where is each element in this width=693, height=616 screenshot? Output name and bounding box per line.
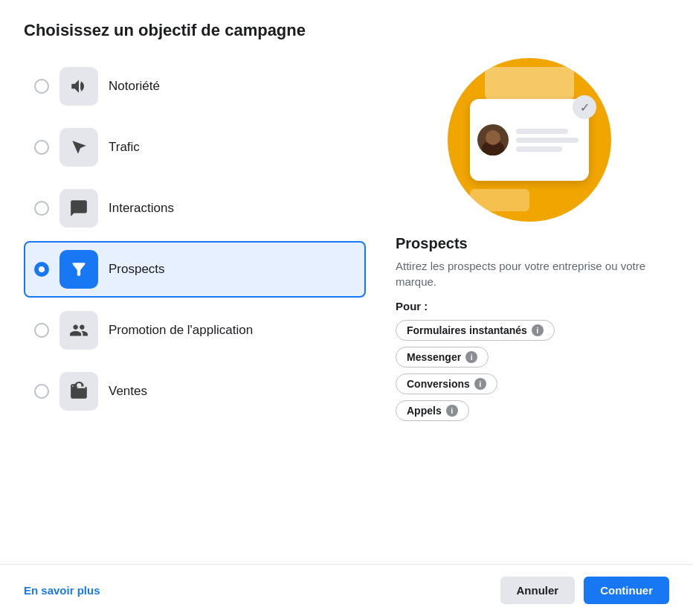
icon-box-trafic — [59, 128, 98, 167]
info-section: Prospects Attirez les prospects pour vot… — [390, 235, 669, 421]
icon-box-notoriete — [59, 67, 98, 106]
option-ventes[interactable]: Ventes — [24, 363, 366, 420]
option-label-trafic: Trafic — [109, 140, 140, 155]
option-notoriete[interactable]: Notoriété — [24, 58, 366, 115]
option-label-interactions: Interactions — [109, 201, 174, 216]
icon-box-interactions — [59, 189, 98, 228]
tag-formulaires[interactable]: Formulaires instantanés i — [396, 320, 555, 341]
option-interactions[interactable]: Interactions — [24, 180, 366, 237]
detail-description: Attirez les prospects pour votre entrepr… — [396, 258, 663, 289]
checkmark-icon: ✓ — [573, 95, 596, 119]
footer-actions: Annuler Continuer — [500, 577, 670, 604]
options-list: Notoriété Trafic — [24, 58, 366, 546]
icon-box-prospects — [59, 250, 98, 289]
detail-panel: ✓ Prospects Attirez les prospects pour v… — [390, 58, 669, 546]
icon-box-promotion — [59, 311, 98, 350]
continue-button[interactable]: Continuer — [584, 577, 669, 604]
cancel-button[interactable]: Annuler — [500, 577, 576, 604]
info-icon-messenger[interactable]: i — [465, 351, 477, 363]
tag-conversions[interactable]: Conversions i — [396, 373, 497, 394]
option-label-promotion: Promotion de l'application — [109, 323, 253, 338]
illustration: ✓ — [440, 58, 619, 222]
detail-title: Prospects — [396, 235, 663, 252]
radio-promotion — [34, 323, 49, 338]
icon-box-ventes — [59, 372, 98, 411]
radio-notoriete — [34, 79, 49, 94]
modal-title: Choisissez un objectif de campagne — [24, 21, 669, 40]
tag-conversions-label: Conversions — [407, 378, 470, 390]
info-icon-formulaires[interactable]: i — [532, 324, 544, 336]
tag-messenger[interactable]: Messenger i — [396, 347, 489, 368]
radio-interactions — [34, 201, 49, 216]
option-prospects[interactable]: Prospects — [24, 241, 366, 298]
option-trafic[interactable]: Trafic — [24, 119, 366, 176]
modal-footer: En savoir plus Annuler Continuer — [0, 564, 693, 616]
info-icon-appels[interactable]: i — [446, 405, 458, 417]
tag-appels[interactable]: Appels i — [396, 400, 469, 421]
radio-trafic — [34, 140, 49, 155]
learn-more-link[interactable]: En savoir plus — [24, 584, 100, 597]
tag-appels-label: Appels — [407, 405, 442, 417]
avatar-illustration — [477, 124, 509, 155]
option-label-prospects: Prospects — [109, 262, 165, 277]
radio-prospects — [34, 262, 49, 277]
option-promotion[interactable]: Promotion de l'application — [24, 302, 366, 359]
radio-ventes — [34, 384, 49, 399]
tag-formulaires-label: Formulaires instantanés — [407, 324, 527, 336]
tags-area: Formulaires instantanés i Messenger i Co… — [396, 320, 663, 421]
option-label-ventes: Ventes — [109, 384, 147, 399]
option-label-notoriete: Notoriété — [109, 79, 160, 94]
info-icon-conversions[interactable]: i — [474, 378, 486, 390]
pour-label: Pour : — [396, 300, 663, 312]
tag-messenger-label: Messenger — [407, 351, 461, 363]
